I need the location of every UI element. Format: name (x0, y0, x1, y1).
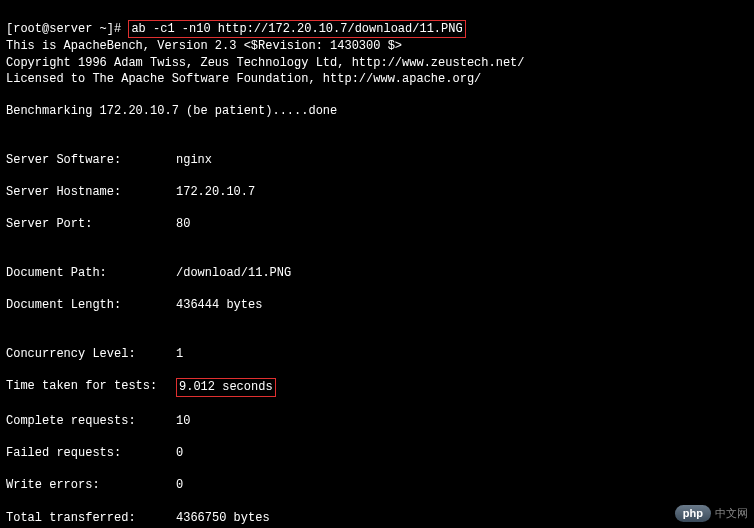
concurrency-label: Concurrency Level: (6, 346, 176, 362)
document-path: /download/11.PNG (176, 265, 291, 281)
header-line: Copyright 1996 Adam Twiss, Zeus Technolo… (6, 56, 524, 70)
watermark: php 中文网 (675, 505, 748, 522)
total-transferred: 4366750 bytes (176, 510, 270, 526)
write-errors: 0 (176, 477, 183, 493)
time-taken-label: Time taken for tests: (6, 378, 176, 396)
server-hostname: 172.20.10.7 (176, 184, 255, 200)
server-software-label: Server Software: (6, 152, 176, 168)
header-line: This is ApacheBench, Version 2.3 <$Revis… (6, 39, 402, 53)
server-port: 80 (176, 216, 190, 232)
write-errors-label: Write errors: (6, 477, 176, 493)
command-highlight: ab -c1 -n10 http://172.20.10.7/download/… (128, 20, 465, 38)
failed-requests-label: Failed requests: (6, 445, 176, 461)
server-port-label: Server Port: (6, 216, 176, 232)
document-path-label: Document Path: (6, 265, 176, 281)
prompt: [root@server ~]# (6, 22, 121, 36)
complete-requests-label: Complete requests: (6, 413, 176, 429)
benchmark-line: Benchmarking 172.20.10.7 (be patient)...… (6, 104, 337, 118)
header-line: Licensed to The Apache Software Foundati… (6, 72, 481, 86)
document-length-label: Document Length: (6, 297, 176, 313)
server-software: nginx (176, 152, 212, 168)
time-taken-highlight: 9.012 seconds (176, 378, 276, 396)
terminal-output[interactable]: [root@server ~]# ab -c1 -n10 http://172.… (0, 0, 754, 528)
total-transferred-label: Total transferred: (6, 510, 176, 526)
watermark-text: 中文网 (715, 506, 748, 521)
document-length: 436444 bytes (176, 297, 262, 313)
failed-requests: 0 (176, 445, 183, 461)
complete-requests: 10 (176, 413, 190, 429)
concurrency: 1 (176, 346, 183, 362)
watermark-badge: php (675, 505, 711, 522)
server-hostname-label: Server Hostname: (6, 184, 176, 200)
